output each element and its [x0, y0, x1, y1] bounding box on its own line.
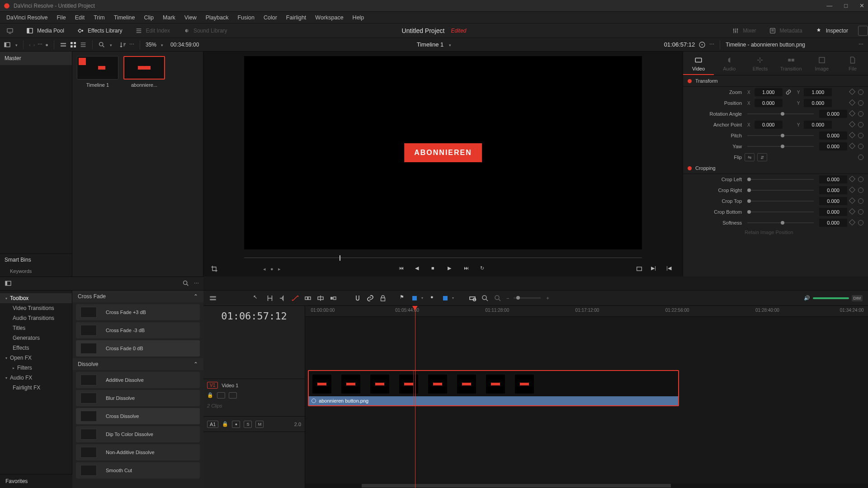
toggle-edit-index[interactable]: Edit Index	[129, 27, 176, 34]
pitch-slider[interactable]	[747, 135, 814, 136]
fx-item[interactable]: Dip To Color Dissolve	[76, 426, 200, 442]
fx-item[interactable]: Cross Dissolve	[76, 408, 200, 424]
menu-mark[interactable]: Mark	[158, 14, 180, 21]
menu-trim[interactable]: Trim	[89, 14, 109, 21]
section-cropping[interactable]: Cropping	[683, 163, 868, 174]
menu-edit[interactable]: Edit	[71, 14, 90, 21]
fx-item[interactable]: Additive Dissolve	[76, 372, 200, 388]
zoom-out-icon[interactable]	[494, 294, 502, 302]
crop-top-input[interactable]	[819, 197, 847, 205]
play-icon[interactable]: ▶	[448, 265, 455, 272]
video-track[interactable]: abonnieren button.png	[305, 369, 859, 407]
tab-video[interactable]: Video	[683, 53, 714, 75]
insert-icon[interactable]	[304, 294, 312, 302]
keyframe-icon[interactable]	[849, 99, 855, 106]
keyframe-icon[interactable]	[849, 110, 855, 117]
node-fairlightfx[interactable]: Fairlight FX	[0, 383, 72, 393]
loop-icon[interactable]: ↻	[480, 265, 487, 272]
keyframe-icon[interactable]	[849, 219, 855, 225]
fx-group[interactable]: Dissolve⌃	[72, 358, 203, 370]
node-effects[interactable]: Effects	[0, 343, 72, 353]
range-icon[interactable]	[468, 294, 476, 302]
nav-more[interactable]: ⋯	[38, 42, 42, 47]
reset-icon[interactable]	[858, 209, 863, 215]
listview-icon[interactable]	[80, 41, 87, 48]
viewer-timecode[interactable]: 01:06:57:12	[664, 41, 695, 48]
flip-h-button[interactable]: ⇋	[745, 153, 755, 161]
pos-y-input[interactable]	[804, 99, 832, 107]
menu-help[interactable]: Help	[348, 14, 369, 21]
fx-item[interactable]: Blur Dissolve	[76, 390, 200, 406]
crop-left-input[interactable]	[819, 175, 847, 183]
keyframe-icon[interactable]	[849, 89, 855, 95]
stripview-icon[interactable]	[60, 41, 67, 48]
reset-icon[interactable]	[858, 144, 863, 149]
enable-dot-icon[interactable]	[688, 79, 692, 83]
softness-input[interactable]	[819, 219, 847, 227]
fx-group[interactable]: Cross Fade⌃	[72, 291, 203, 302]
reset-icon[interactable]	[858, 111, 863, 117]
pitch-input[interactable]	[819, 131, 847, 140]
speaker-icon[interactable]: 🔊	[804, 295, 810, 301]
reset-icon[interactable]	[858, 122, 863, 127]
menu-workspace[interactable]: Workspace	[311, 14, 348, 21]
timeline-tracks[interactable]: 01:00:00:00 01:05:44:00 01:11:28:00 01:1…	[305, 306, 868, 488]
thumbview-icon[interactable]	[70, 41, 77, 48]
crop-bottom-input[interactable]	[819, 208, 847, 216]
solo-button[interactable]: S	[244, 421, 252, 428]
fx-search-icon[interactable]	[182, 280, 189, 288]
zoom-y-input[interactable]	[804, 88, 832, 96]
toggle-monitor[interactable]	[0, 27, 20, 34]
anchor-y-input[interactable]	[804, 121, 832, 129]
reset-icon[interactable]	[858, 188, 863, 193]
crop-icon[interactable]	[211, 265, 218, 272]
nav-back[interactable]: ‹	[29, 42, 31, 47]
crop-top-slider[interactable]	[747, 201, 814, 202]
fx-item[interactable]: Cross Fade +3 dB	[76, 304, 200, 320]
menu-clip[interactable]: Clip	[140, 14, 159, 21]
crop-right-slider[interactable]	[747, 190, 814, 191]
node-filters[interactable]: ▸Filters	[0, 363, 72, 373]
viewer-zoom-menu[interactable]	[159, 42, 163, 47]
dynamic-trim-icon[interactable]	[278, 294, 287, 302]
volume-control[interactable]: 🔊 DIM	[804, 295, 863, 301]
stop-icon[interactable]: ■	[431, 265, 439, 272]
toggle-media-pool[interactable]: Media Pool	[20, 27, 71, 34]
fx-item[interactable]: Cross Fade 0 dB	[76, 340, 200, 357]
keyframe-icon[interactable]	[849, 197, 855, 204]
fx-item[interactable]: Cross Fade -3 dB	[76, 322, 200, 338]
timeline-select-menu[interactable]	[447, 41, 451, 48]
reset-icon[interactable]	[858, 177, 863, 182]
snap-icon[interactable]	[354, 294, 362, 302]
arrow-tool-icon[interactable]: ↖	[253, 294, 261, 302]
search-icon[interactable]	[98, 41, 105, 48]
marker-color[interactable]	[443, 296, 448, 300]
toggle-metadata[interactable]: Metadata	[763, 27, 809, 34]
tc-options-icon[interactable]	[698, 41, 706, 48]
yaw-slider[interactable]	[747, 146, 814, 147]
track-tag[interactable]: V1	[207, 382, 218, 389]
window-close[interactable]: ✕	[859, 2, 864, 9]
mark-out[interactable]: ▸	[278, 266, 281, 272]
viewer-zoom[interactable]: 35%	[146, 42, 156, 48]
razor-tool-icon[interactable]	[291, 294, 299, 302]
softness-slider[interactable]	[747, 222, 814, 223]
audio-tag[interactable]: A1	[207, 421, 218, 428]
mute-button[interactable]: M	[255, 421, 264, 428]
search-menu[interactable]	[108, 42, 112, 47]
tab-effects[interactable]: Effects	[745, 53, 775, 75]
pos-x-input[interactable]	[755, 99, 783, 107]
window-maximize[interactable]: □	[844, 2, 848, 9]
node-generators[interactable]: Generators	[0, 333, 72, 343]
track-thumb-b[interactable]	[229, 392, 237, 399]
crop-bottom-slider[interactable]	[747, 211, 814, 212]
keyframe-icon[interactable]	[849, 208, 855, 215]
prev-edit-icon[interactable]: |◀	[666, 265, 674, 272]
menu-fusion[interactable]: Fusion	[233, 14, 259, 21]
overwrite-icon[interactable]	[316, 294, 325, 302]
nav-fwd[interactable]: ›	[33, 42, 35, 47]
menu-fairlight[interactable]: Fairlight	[282, 14, 311, 21]
audio-track-header[interactable]: A1 🔒 ● S M 2.0	[203, 417, 305, 432]
fx-item[interactable]: Smooth Cut	[76, 462, 200, 479]
viewer-options[interactable]: ⋯	[709, 42, 714, 47]
